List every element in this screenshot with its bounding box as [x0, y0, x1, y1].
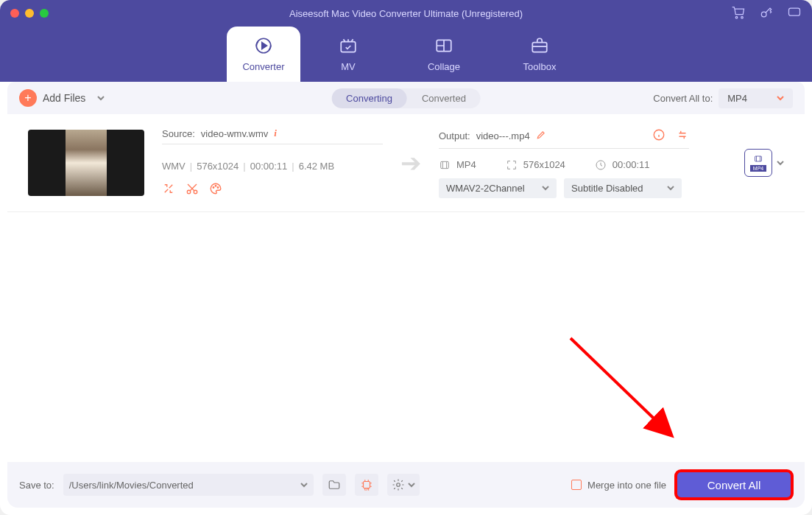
- output-format-tile[interactable]: MP4: [744, 149, 772, 177]
- close-window-button[interactable]: [10, 9, 19, 18]
- source-column: Source: video-wmv.wmv i WMV 576x1024 00:…: [162, 127, 383, 198]
- merge-label: Merge into one file: [587, 480, 666, 491]
- audio-dropdown-value: WMAV2-2Channel: [446, 183, 525, 194]
- compress-icon[interactable]: [162, 182, 175, 198]
- svg-point-20: [396, 483, 400, 487]
- thumbnail-image: [66, 130, 107, 196]
- window-title: Aiseesoft Mac Video Converter Ultimate (…: [289, 8, 523, 19]
- tab-mv[interactable]: MV: [300, 27, 396, 82]
- svg-rect-8: [532, 43, 547, 52]
- subtitle-dropdown[interactable]: Subtitle Disabled: [564, 178, 682, 198]
- info-circle-icon[interactable]: [652, 128, 666, 144]
- save-to-label: Save to:: [19, 480, 54, 491]
- app-window: Aiseesoft Mac Video Converter Ultimate (…: [0, 0, 812, 515]
- chevron-down-icon: [300, 480, 308, 491]
- add-files-chevron-icon[interactable]: [97, 92, 105, 104]
- chevron-down-icon: [408, 480, 415, 491]
- tab-toolbox[interactable]: Toolbox: [492, 27, 587, 82]
- settings-button[interactable]: [387, 474, 420, 496]
- cut-icon[interactable]: [186, 182, 199, 198]
- tab-converter-label: Converter: [242, 61, 284, 72]
- navbar: Converter MV Collage Toolbox: [0, 27, 812, 82]
- bottombar: Save to: /Users/link/Movies/Converted ON…: [7, 462, 805, 508]
- convert-all-to: Convert All to: MP4: [653, 88, 793, 108]
- svg-rect-6: [341, 42, 356, 52]
- output-resolution-item: 576x1024: [506, 159, 565, 171]
- maximize-window-button[interactable]: [40, 9, 49, 18]
- source-size: 6.42 MB: [292, 161, 334, 172]
- traffic-lights: [10, 9, 49, 18]
- titlebar-actions: [731, 5, 802, 22]
- film-icon: [439, 159, 451, 171]
- video-thumbnail[interactable]: [28, 130, 144, 196]
- gear-icon: [392, 478, 405, 491]
- svg-point-0: [735, 16, 738, 18]
- svg-point-12: [215, 186, 216, 187]
- svg-rect-17: [755, 156, 762, 161]
- add-files-button[interactable]: + Add Files: [19, 89, 105, 107]
- segment-control: Converting Converted: [331, 88, 481, 108]
- tab-mv-label: MV: [341, 61, 356, 72]
- output-line: Output: video---.mp4: [439, 128, 689, 149]
- feedback-icon[interactable]: [787, 5, 802, 22]
- segment-converted[interactable]: Converted: [407, 88, 481, 108]
- output-duration-item: 00:00:11: [595, 159, 650, 171]
- chevron-down-icon: [777, 93, 784, 104]
- output-format-tile-label: MP4: [750, 165, 766, 172]
- output-resolution: 576x1024: [523, 159, 565, 170]
- svg-rect-15: [441, 161, 449, 168]
- plus-icon: +: [19, 89, 37, 107]
- svg-point-2: [761, 12, 766, 17]
- convert-all-label: Convert All: [707, 479, 761, 491]
- output-format: MP4: [456, 159, 476, 170]
- save-path-dropdown[interactable]: /Users/link/Movies/Converted: [63, 474, 314, 496]
- tab-toolbox-label: Toolbox: [523, 61, 557, 72]
- info-icon[interactable]: i: [274, 127, 277, 139]
- output-selects: WMAV2-2Channel Subtitle Disabled: [439, 178, 689, 198]
- checkbox-icon: [571, 480, 582, 490]
- svg-point-1: [741, 16, 744, 18]
- chevron-down-icon: [667, 183, 674, 194]
- gpu-accel-button[interactable]: ON: [355, 474, 378, 496]
- svg-point-13: [217, 187, 219, 189]
- minimize-window-button[interactable]: [25, 9, 34, 18]
- output-format-item: MP4: [439, 159, 476, 171]
- output-line-actions: [652, 128, 689, 144]
- enhance-icon[interactable]: [676, 128, 689, 144]
- tab-converter[interactable]: Converter: [227, 27, 300, 82]
- output-label: Output:: [439, 130, 470, 141]
- open-folder-button[interactable]: [322, 474, 346, 496]
- svg-point-11: [213, 187, 214, 189]
- output-filename: video---.mp4: [476, 130, 530, 141]
- palette-icon[interactable]: [209, 182, 222, 198]
- subtitle-dropdown-value: Subtitle Disabled: [571, 183, 643, 194]
- source-duration: 00:00:11: [243, 161, 287, 172]
- convert-all-button[interactable]: Convert All: [675, 470, 793, 500]
- edit-icon[interactable]: [536, 130, 546, 142]
- save-path-value: /Users/link/Movies/Converted: [69, 480, 194, 491]
- segment-converting[interactable]: Converting: [331, 88, 407, 108]
- format-chevron-icon[interactable]: [777, 156, 784, 169]
- file-list: Source: video-wmv.wmv i WMV 576x1024 00:…: [7, 114, 805, 467]
- tab-collage-label: Collage: [428, 61, 460, 72]
- source-line: Source: video-wmv.wmv i: [162, 127, 383, 144]
- source-meta: WMV 576x1024 00:00:11 6.42 MB: [162, 161, 383, 172]
- svg-text:ON: ON: [364, 488, 369, 491]
- arrow-right-icon: ➔: [400, 148, 421, 178]
- source-resolution: 576x1024: [190, 161, 239, 172]
- source-filename: video-wmv.wmv: [201, 128, 269, 139]
- convert-all-to-label: Convert All to:: [653, 93, 713, 104]
- folder-icon: [328, 478, 341, 491]
- chip-icon: ON: [360, 478, 373, 491]
- output-column: Output: video---.mp4 MP4 576x1: [439, 128, 689, 198]
- expand-icon: [506, 159, 518, 171]
- key-icon[interactable]: [759, 5, 774, 22]
- add-files-label: Add Files: [43, 92, 85, 104]
- cart-icon[interactable]: [731, 5, 746, 22]
- tab-collage[interactable]: Collage: [396, 27, 492, 82]
- source-tools: [162, 182, 383, 198]
- audio-dropdown[interactable]: WMAV2-2Channel: [439, 178, 557, 198]
- output-duration: 00:00:11: [612, 159, 650, 170]
- merge-checkbox[interactable]: Merge into one file: [571, 480, 666, 491]
- convert-all-to-dropdown[interactable]: MP4: [719, 88, 793, 108]
